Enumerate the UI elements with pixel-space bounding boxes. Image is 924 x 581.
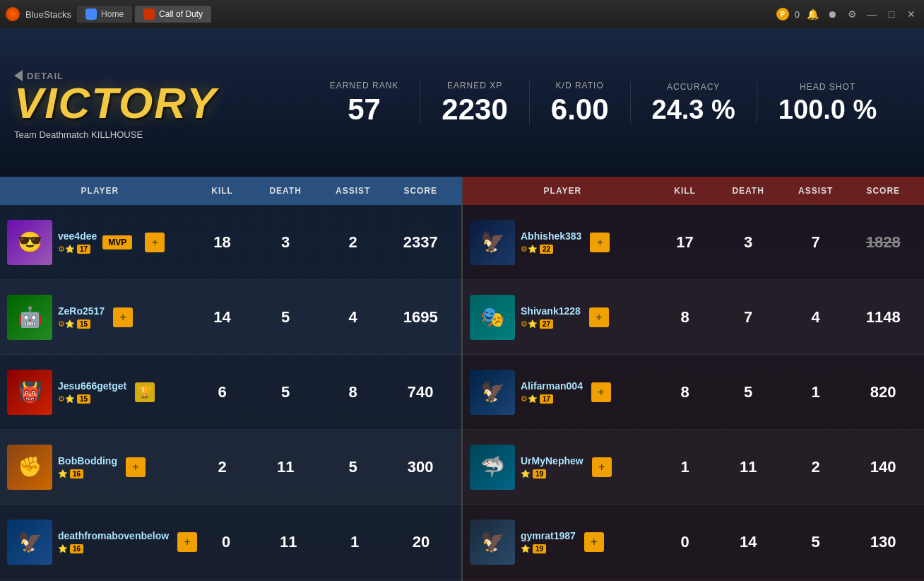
player-info: 🦅 gymrat1987 ⭐ 19 +	[470, 520, 656, 565]
cell-score: 820	[849, 383, 917, 401]
player-info: 🦈 UrMyNephew ⭐ 19 +	[470, 445, 656, 490]
player-info: 🦅 Alifarman004 ⚙⭐ 17 +	[470, 370, 656, 415]
coin-icon: P	[776, 8, 789, 20]
avatar: 😎	[7, 220, 52, 265]
player-name-section: BobBodding ⭐ 16	[58, 455, 117, 479]
player-info: 🤖 ZeRo2517 ⚙⭐ 15 +	[7, 295, 193, 340]
lose-col-player: PLAYER	[470, 186, 656, 196]
headshot-label: Head Shot	[800, 82, 855, 92]
stat-earned-xp: Earned XP 2230	[420, 81, 528, 124]
cell-kill: 14	[193, 308, 252, 327]
cell-score: 20	[388, 533, 454, 551]
player-name: vee4dee	[58, 230, 97, 242]
cell-kill: 1	[656, 458, 715, 476]
cell-assist: 5	[782, 533, 850, 551]
rank-icon: ⭐	[521, 544, 531, 553]
match-type: Team Deathmatch KILLHOUSE	[14, 129, 217, 140]
stat-accuracy: Accuracy 24.3 %	[630, 82, 757, 123]
cell-kill: 8	[656, 308, 715, 327]
rank-icon: ⭐	[521, 469, 531, 479]
earned-rank-value: 57	[348, 95, 381, 124]
add-friend-button[interactable]: +	[113, 307, 133, 327]
cod-tab-label: Call of Duty	[159, 9, 203, 19]
add-friend-button[interactable]: +	[145, 233, 165, 252]
player-name-section: ZeRo2517 ⚙⭐ 15	[58, 305, 105, 329]
win-team-table: PLAYER KILL DEATH ASSIST SCORE 😎 vee4dee…	[0, 177, 461, 581]
coin-count: 0	[795, 9, 800, 20]
cell-assist: 5	[319, 458, 387, 476]
avatar: 🦅	[470, 220, 515, 265]
add-friend-button[interactable]: +	[126, 457, 146, 477]
rank-badge: 19	[533, 544, 546, 553]
cell-death: 11	[251, 458, 319, 476]
add-friend-button[interactable]: +	[177, 532, 197, 552]
rank-icon: ⭐	[58, 469, 68, 479]
cell-assist: 4	[319, 308, 387, 327]
home-tab-label: Home	[101, 9, 124, 19]
player-name-section: gymrat1987 ⭐ 19	[521, 530, 576, 553]
tables-section: PLAYER KILL DEATH ASSIST SCORE 😎 vee4dee…	[0, 177, 924, 581]
cell-death: 5	[714, 383, 782, 401]
tab-home[interactable]: Home	[77, 6, 132, 23]
player-info: 🦅 deathfromabovenbelow ⭐ 16 +	[7, 520, 197, 565]
cell-assist: 4	[782, 308, 850, 327]
player-rank-row: ⭐ 16	[58, 469, 117, 479]
headshot-value: 100.0 %	[778, 96, 877, 123]
avatar: 👹	[7, 370, 52, 415]
player-rank-row: ⚙⭐ 15	[58, 319, 105, 329]
cell-death: 11	[255, 533, 321, 551]
close-icon[interactable]: ✕	[904, 7, 918, 21]
table-row: 🦈 UrMyNephew ⭐ 19 + 1 11 2 140	[463, 430, 924, 505]
rank-badge: 19	[533, 469, 546, 479]
stats-section: Earned Rank 57 Earned XP 2230 K/D RATIO …	[283, 28, 924, 177]
avatar: 🤖	[7, 295, 52, 340]
win-col-score: SCORE	[386, 186, 454, 196]
add-friend-button[interactable]: +	[591, 382, 611, 402]
avatar: 🦈	[470, 445, 515, 490]
title-bar: BlueStacks Home Call of Duty P 0 🔔 ⏺ ⚙ —…	[0, 0, 924, 28]
lose-col-death: DEATH	[714, 186, 782, 196]
win-col-player: PLAYER	[7, 186, 193, 196]
notification-icon[interactable]: 🔔	[805, 7, 819, 21]
rank-icon: ⚙⭐	[58, 245, 75, 254]
add-friend-button[interactable]: +	[584, 532, 604, 552]
win-col-assist: ASSIST	[319, 186, 387, 196]
add-friend-button[interactable]: +	[589, 307, 609, 327]
tab-list: Home Call of Duty	[77, 6, 771, 23]
player-name: Alifarman004	[521, 380, 583, 392]
avatar: 🦅	[7, 520, 52, 565]
player-rank-row: ⭐ 19	[521, 544, 576, 553]
add-friend-button[interactable]: +	[592, 457, 612, 477]
add-friend-button[interactable]: 🏆	[135, 382, 155, 402]
rank-icon: ⚙⭐	[521, 245, 538, 254]
tab-call-of-duty[interactable]: Call of Duty	[135, 6, 211, 23]
cell-kill: 17	[656, 233, 715, 252]
player-name: gymrat1987	[521, 530, 576, 541]
player-name-section: Shivank1228 ⚙⭐ 27	[521, 305, 581, 329]
victory-section: DETAIL VICTORY Team Deathmatch KILLHOUSE	[14, 67, 217, 140]
player-name-section: Jesu666getget ⚙⭐ 15	[58, 380, 126, 404]
accuracy-value: 24.3 %	[652, 96, 735, 123]
player-name: ZeRo2517	[58, 305, 105, 317]
cell-score: 1695	[386, 308, 454, 327]
table-row: 🎭 Shivank1228 ⚙⭐ 27 + 8 7 4 1148	[463, 280, 924, 355]
avatar: 🦅	[470, 370, 515, 415]
lose-team-header: PLAYER KILL DEATH ASSIST SCORE	[463, 177, 924, 205]
player-info: ✊ BobBodding ⭐ 16 +	[7, 445, 193, 490]
record-icon[interactable]: ⏺	[825, 7, 839, 21]
mvp-badge: MVP	[102, 235, 132, 250]
player-rank-row: ⚙⭐ 15	[58, 394, 126, 404]
cell-score: 140	[849, 458, 917, 476]
lose-col-score: SCORE	[849, 186, 917, 196]
table-row: ✊ BobBodding ⭐ 16 + 2 11 5 300	[0, 430, 461, 505]
player-name: Jesu666getget	[58, 380, 126, 392]
settings-icon[interactable]: ⚙	[845, 7, 859, 21]
cell-assist: 1	[782, 383, 850, 401]
minimize-icon[interactable]: —	[865, 7, 879, 21]
cell-assist: 2	[782, 458, 850, 476]
player-rank-row: ⭐ 16	[58, 544, 169, 553]
match-header: DETAIL VICTORY Team Deathmatch KILLHOUSE…	[0, 28, 924, 177]
kd-ratio-label: K/D RATIO	[556, 81, 604, 90]
add-friend-button[interactable]: +	[590, 233, 610, 252]
maximize-icon[interactable]: □	[884, 7, 899, 21]
